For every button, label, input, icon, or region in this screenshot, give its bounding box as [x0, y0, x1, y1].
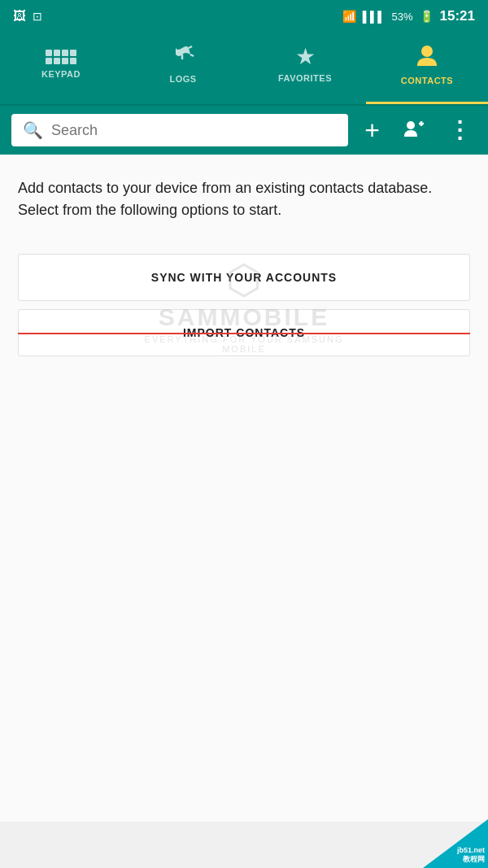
more-options-button[interactable]: ⋮: [442, 116, 477, 145]
person-icon: [416, 43, 438, 71]
battery-text: 53%: [391, 11, 412, 23]
screenshot-icon: 🖼: [13, 9, 26, 24]
tab-logs[interactable]: LOGS: [122, 33, 244, 104]
status-time: 15:21: [440, 8, 475, 24]
keypad-icon: [46, 50, 76, 64]
corner-badge-text: jb51.net 教程网: [457, 846, 485, 865]
tab-favorites[interactable]: ★ FAVORITES: [244, 33, 366, 104]
import-wrapper: IMPORT CONTACTS: [18, 309, 470, 356]
add-contact-button[interactable]: +: [358, 114, 386, 146]
tab-bar: KEYPAD LOGS ★ FAVORITES CONTACTS: [0, 33, 488, 106]
svg-point-3: [421, 46, 433, 57]
description-text: Add contacts to your device from an exis…: [18, 177, 470, 221]
svg-line-1: [190, 55, 194, 56]
signal-icon: ▌▌▌: [363, 11, 386, 23]
search-icon: 🔍: [23, 120, 43, 140]
status-bar: 🖼 ⊡ 📶 ▌▌▌ 53% 🔋 15:21: [0, 0, 488, 33]
battery-icon: 🔋: [420, 10, 434, 23]
content-area: Add contacts to your device from an exis…: [0, 155, 488, 822]
star-icon: ★: [295, 46, 316, 68]
search-bar: 🔍 + ⋮: [0, 106, 488, 155]
tab-logs-label: LOGS: [169, 74, 196, 84]
sync-accounts-button[interactable]: SYNC WITH YOUR ACCOUNTS: [18, 254, 470, 301]
corner-badge: jb51.net 教程网: [423, 819, 488, 868]
logs-icon: [171, 45, 195, 69]
status-icons-right: 📶 ▌▌▌ 53% 🔋 15:21: [342, 8, 475, 24]
search-box[interactable]: 🔍: [11, 114, 348, 146]
wifi-icon: 📶: [342, 10, 356, 23]
tab-contacts[interactable]: CONTACTS: [366, 33, 488, 104]
svg-line-0: [189, 46, 192, 48]
action-buttons-area: ⬡ SAMMOBILE EVERYTHING FOR YOUR SAMSUNG …: [18, 254, 470, 356]
tab-contacts-label: CONTACTS: [401, 76, 453, 85]
tab-favorites-label: FAVORITES: [278, 73, 332, 83]
notification-icon: ⊡: [33, 10, 42, 23]
svg-point-4: [407, 121, 415, 129]
status-icons-left: 🖼 ⊡: [13, 9, 42, 24]
manage-contacts-button[interactable]: [396, 116, 432, 145]
tab-keypad[interactable]: KEYPAD: [0, 33, 122, 104]
tab-keypad-label: KEYPAD: [41, 69, 81, 79]
search-input[interactable]: [51, 122, 337, 139]
import-contacts-button[interactable]: IMPORT CONTACTS: [18, 309, 470, 356]
